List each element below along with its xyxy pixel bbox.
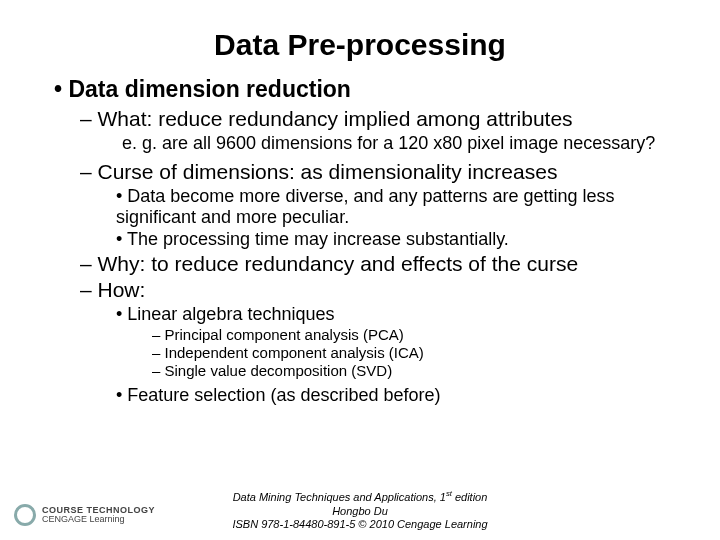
- example-text: e. g. are all 9600 dimensions for a 120 …: [122, 133, 680, 154]
- footer-edition-word: edition: [452, 491, 487, 503]
- logo-text: COURSE TECHNOLOGY CENGAGE Learning: [42, 506, 155, 525]
- bullet-what: What: reduce redundancy implied among at…: [80, 107, 680, 131]
- footer-line-2: Hongbo Du: [332, 505, 388, 517]
- publisher-logo: COURSE TECHNOLOGY CENGAGE Learning: [14, 504, 155, 526]
- tech-svd: Single value decomposition (SVD): [152, 362, 680, 379]
- footer-line-1: Data Mining Techniques and Applications,…: [233, 491, 488, 503]
- how-feature-selection: Feature selection (as described before): [116, 385, 680, 406]
- curse-sub-2: The processing time may increase substan…: [116, 229, 680, 250]
- slide: Data Pre-processing Data dimension reduc…: [0, 0, 720, 540]
- slide-title: Data Pre-processing: [40, 28, 680, 62]
- logo-line-2: CENGAGE Learning: [42, 514, 125, 524]
- logo-ring-icon: [14, 504, 36, 526]
- bullet-how: How:: [80, 278, 680, 302]
- footer-book-title: Data Mining Techniques and Applications,…: [233, 491, 446, 503]
- bullet-curse: Curse of dimensions: as dimensionality i…: [80, 160, 680, 184]
- bullet-l1: Data dimension reduction: [54, 76, 680, 103]
- curse-sub-1: Data become more diverse, and any patter…: [116, 186, 680, 228]
- how-linear: Linear algebra techniques: [116, 304, 680, 325]
- footer-line-3: ISBN 978-1-84480-891-5 © 2010 Cengage Le…: [232, 518, 487, 530]
- tech-pca: Principal component analysis (PCA): [152, 326, 680, 343]
- bullet-why: Why: to reduce redundancy and effects of…: [80, 252, 680, 276]
- tech-ica: Independent component analysis (ICA): [152, 344, 680, 361]
